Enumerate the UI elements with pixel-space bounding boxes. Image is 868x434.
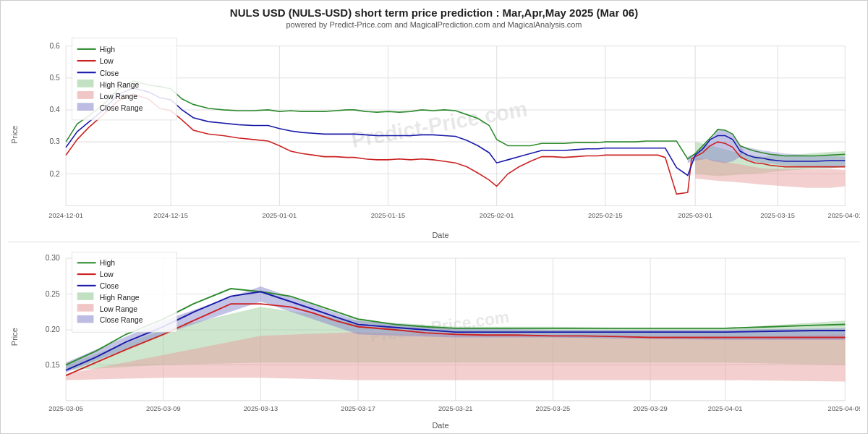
svg-rect-78 [77,292,94,300]
svg-text:Predict-Price.com: Predict-Price.com [349,96,529,153]
svg-text:0.6: 0.6 [49,41,59,50]
svg-text:0.4: 0.4 [49,105,59,114]
main-title: NULS USD (NULS-USD) short term price pre… [1,7,867,19]
svg-text:2025-02-01: 2025-02-01 [480,210,514,218]
svg-text:2025-04-05: 2025-04-05 [828,404,860,412]
chart-divider [8,242,860,242]
svg-text:2025-03-29: 2025-03-29 [633,404,668,412]
svg-text:0.3: 0.3 [49,137,59,145]
chart1-y-label: Price [8,30,21,239]
svg-text:2025-03-21: 2025-03-21 [438,404,473,412]
svg-text:High: High [100,45,115,54]
svg-text:2025-01-15: 2025-01-15 [371,210,406,218]
svg-text:Close Range: Close Range [100,103,143,112]
svg-text:2025-04-01: 2025-04-01 [708,404,743,412]
svg-text:Low Range: Low Range [100,92,137,101]
chart2-svg-area: 0.30 0.25 0.20 0.15 2025-03-05 2025-03-0… [21,244,860,420]
chart2-x-label: Date [21,421,860,430]
chart1-inner: 0.6 0.5 0.4 0.3 0.2 2024-12-01 2024-12-1… [21,30,860,239]
chart1-svg-area: 0.6 0.5 0.4 0.3 0.2 2024-12-01 2024-12-1… [21,30,860,229]
svg-rect-41 [77,103,94,111]
svg-text:High Range: High Range [100,80,140,88]
svg-text:Low Range: Low Range [100,305,138,312]
svg-rect-39 [77,91,94,99]
chart2-wrapper: Price [8,244,860,430]
svg-text:2025-01-01: 2025-01-01 [263,210,297,218]
svg-text:High: High [100,259,115,267]
svg-text:0.2: 0.2 [49,169,59,177]
chart2-inner: 0.30 0.25 0.20 0.15 2025-03-05 2025-03-0… [21,244,860,430]
svg-text:Low: Low [100,56,114,65]
header: NULS USD (NULS-USD) short term price pre… [1,1,867,30]
svg-text:2025-03-09: 2025-03-09 [146,404,181,412]
svg-text:2025-03-13: 2025-03-13 [244,404,278,412]
svg-text:2024-12-01: 2024-12-01 [48,210,83,218]
svg-rect-80 [77,304,94,312]
svg-text:0.20: 0.20 [46,326,60,333]
chart1-svg: 0.6 0.5 0.4 0.3 0.2 2024-12-01 2024-12-1… [21,30,860,229]
svg-text:2025-03-25: 2025-03-25 [536,404,571,412]
page-container: NULS USD (NULS-USD) short term price pre… [0,0,868,434]
svg-text:2025-04-01: 2025-04-01 [827,210,860,218]
svg-text:0.25: 0.25 [46,289,60,297]
svg-text:0.5: 0.5 [49,73,59,82]
svg-rect-82 [77,315,94,323]
subtitle: powered by Predict-Price.com and Magical… [1,20,867,29]
chart1-x-label: Date [21,231,860,239]
svg-text:2025-03-15: 2025-03-15 [760,210,795,218]
chart1-wrapper: Price [8,30,860,239]
svg-text:Close: Close [100,68,119,77]
chart2-y-label: Price [8,244,21,430]
svg-text:Low: Low [100,271,114,278]
svg-text:Close Range: Close Range [100,316,143,324]
svg-rect-37 [77,80,94,88]
svg-text:Close: Close [100,282,119,290]
svg-text:0.30: 0.30 [46,254,60,262]
chart2-svg: 0.30 0.25 0.20 0.15 2025-03-05 2025-03-0… [21,244,860,420]
svg-text:2025-03-05: 2025-03-05 [48,404,83,412]
svg-text:0.15: 0.15 [46,360,60,368]
charts-area: Price [1,30,867,433]
svg-text:High Range: High Range [100,294,140,302]
svg-text:2025-02-15: 2025-02-15 [588,210,623,218]
svg-text:2025-03-17: 2025-03-17 [341,404,375,412]
svg-text:2025-03-01: 2025-03-01 [678,210,712,218]
svg-text:2024-12-15: 2024-12-15 [153,210,188,218]
